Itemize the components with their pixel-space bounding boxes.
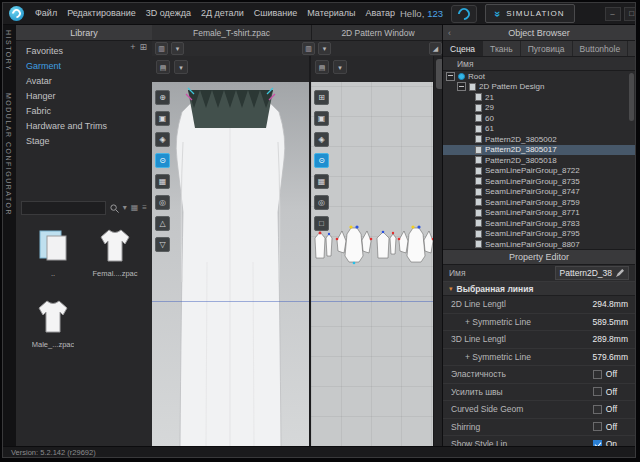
viewport-tool-icon[interactable]: ◎ xyxy=(155,195,170,210)
library-item[interactable]: Fabric xyxy=(16,104,152,119)
viewport-tool-icon[interactable]: ▣ xyxy=(155,111,170,126)
toolbar-icon[interactable]: ▥ xyxy=(302,42,315,55)
property-label: Эластичность xyxy=(451,369,593,379)
list-view-icon[interactable]: ≡ xyxy=(142,204,147,212)
pattern-pieces[interactable] xyxy=(311,82,433,447)
user-name-link[interactable]: 123 xyxy=(427,8,443,19)
menu-item[interactable]: Файл xyxy=(30,3,62,24)
menu-item[interactable]: Редактирование xyxy=(62,3,141,24)
library-item[interactable]: Stage xyxy=(16,134,152,149)
expander-icon[interactable] xyxy=(457,82,466,91)
tree-node[interactable]: 29 xyxy=(443,103,635,114)
viewport-tool-icon[interactable]: ◈ xyxy=(314,132,329,147)
selected-line-section-header[interactable]: ▾ Выбранная линия xyxy=(443,282,635,296)
toolbar-icon[interactable]: ▾ xyxy=(318,42,331,55)
minimize-button[interactable]: – xyxy=(605,7,621,21)
tree-node[interactable]: Pattern2D_3805002 xyxy=(443,134,635,145)
tree-node[interactable]: 60 xyxy=(443,113,635,124)
expander-icon[interactable] xyxy=(446,72,455,81)
object-browser-tab[interactable]: Сцена xyxy=(443,41,483,56)
tree-node[interactable]: SeamLinePairGroup_8747 xyxy=(443,187,635,198)
viewport-tool-icon[interactable]: ⊕ xyxy=(155,90,170,105)
tshirt-garment[interactable] xyxy=(152,82,309,447)
tree-node[interactable]: Pattern2D_3805018 xyxy=(443,155,635,166)
tree-node-label: SeamLinePairGroup_8747 xyxy=(485,187,580,196)
property-label: 3D Line Lengtl xyxy=(451,334,593,344)
viewport-tool-icon[interactable]: □ xyxy=(314,216,329,231)
property-row: Curved Side Geom Off xyxy=(443,401,635,419)
node-icon xyxy=(475,156,482,164)
viewport-tool-icon[interactable]: ▦ xyxy=(314,174,329,189)
property-checkbox[interactable] xyxy=(593,405,602,414)
tree-node[interactable]: Root xyxy=(443,71,635,82)
object-browser-tab[interactable]: Пуговица xyxy=(521,41,573,56)
tree-node[interactable]: SeamLinePairGroup_8735 xyxy=(443,176,635,187)
viewport-tool-icon[interactable]: ◈ xyxy=(155,132,170,147)
viewport-menu-icon[interactable]: ▤ xyxy=(156,60,170,74)
library-item[interactable]: Hanger xyxy=(16,89,152,104)
menu-item[interactable]: Материалы xyxy=(302,3,360,24)
tab-3d-garment-window[interactable]: Female_T-shirt.zpac xyxy=(152,25,312,40)
simulation-button[interactable]: » SIMULATION xyxy=(485,4,574,23)
viewport-menu-icon[interactable]: ▾ xyxy=(174,60,188,74)
viewport-tool-icon[interactable]: ⊙ xyxy=(314,153,329,168)
viewport-tool-icon[interactable]: △ xyxy=(155,216,170,231)
viewport-tool-icon[interactable]: ◎ xyxy=(314,195,329,210)
toolbar-icon[interactable]: ▥ xyxy=(155,42,168,55)
3d-viewport-canvas[interactable]: ⊕▣◈⊙▦◎△▽ xyxy=(152,82,309,447)
guide-line xyxy=(152,301,309,302)
search-icon[interactable] xyxy=(110,204,119,213)
library-item[interactable]: Hardware and Trims xyxy=(16,119,152,134)
tree-node[interactable]: SeamLinePairGroup_8771 xyxy=(443,208,635,219)
object-browser-tab[interactable]: Ткань xyxy=(483,41,521,56)
library-item[interactable]: Garment xyxy=(16,59,152,74)
modular-configurator-tab[interactable]: MODULAR CONFIGURATOR xyxy=(5,93,12,216)
property-checkbox[interactable] xyxy=(593,370,602,379)
add-icon[interactable]: + xyxy=(130,43,135,52)
tree-node[interactable]: SeamLinePairGroup_8807 xyxy=(443,239,635,249)
object-browser-tab[interactable]: Buttonhole xyxy=(573,41,629,56)
tree-node-label: Pattern2D_3805002 xyxy=(485,135,557,144)
viewport-tool-icon[interactable]: ▽ xyxy=(155,237,170,252)
property-label: + Symmetric Line xyxy=(465,317,593,327)
toolbar-icon[interactable]: ▾ xyxy=(171,42,184,55)
tree-node[interactable]: Pattern2D_3805017 xyxy=(443,145,635,156)
library-search-input[interactable] xyxy=(21,201,106,215)
tree-node[interactable]: 61 xyxy=(443,124,635,135)
tree-node[interactable]: SeamLinePairGroup_8722 xyxy=(443,166,635,177)
toolbar-icon[interactable]: ◢ xyxy=(429,42,442,55)
property-checkbox[interactable] xyxy=(593,387,602,396)
viewport-menu-icon[interactable]: ▾ xyxy=(333,60,347,74)
2d-viewport-canvas[interactable]: ⊞▣◈⊙▦◎□ xyxy=(311,82,433,447)
tree-node[interactable]: SeamLinePairGroup_8783 xyxy=(443,218,635,229)
edit-icon[interactable] xyxy=(616,269,624,277)
maximize-button[interactable]: □ xyxy=(624,7,636,21)
menu-item[interactable]: Аватар xyxy=(360,3,400,24)
tree-node[interactable]: SeamLinePairGroup_8795 xyxy=(443,229,635,240)
viewport-tool-icon[interactable]: ▦ xyxy=(155,174,170,189)
menu-item[interactable]: 3D одежда xyxy=(141,3,196,24)
library-file[interactable]: Male_...zpac xyxy=(22,294,84,349)
menu-item[interactable]: 2Д детали xyxy=(196,3,249,24)
tree-node[interactable]: 2D Pattern Design xyxy=(443,82,635,93)
tab-2d-pattern-window[interactable]: 2D Pattern Window xyxy=(312,25,445,40)
property-checkbox[interactable] xyxy=(593,422,602,431)
menu-item[interactable]: Сшивание xyxy=(249,3,302,24)
tree-node[interactable]: SeamLinePairGroup_8759 xyxy=(443,197,635,208)
tree-node[interactable]: 21 xyxy=(443,92,635,103)
clo-cloud-button[interactable] xyxy=(451,5,477,23)
viewport-tool-icon[interactable]: ▣ xyxy=(314,111,329,126)
viewport-menu-icon[interactable]: ▤ xyxy=(315,60,329,74)
library-item[interactable]: Avatar xyxy=(16,74,152,89)
search-options-caret-icon[interactable]: ▾ xyxy=(123,204,127,212)
pattern-name-field[interactable]: Pattern2D_38 xyxy=(555,266,629,280)
collapse-panel-icon[interactable]: ‹ xyxy=(448,25,451,40)
add-icon[interactable]: ⊞ xyxy=(139,43,147,52)
library-file[interactable]: .. xyxy=(22,223,84,278)
viewport-tool-icon[interactable]: ⊙ xyxy=(155,153,170,168)
tree-scrollbar-thumb[interactable] xyxy=(629,73,634,121)
history-tab[interactable]: HISTORY xyxy=(5,30,12,71)
library-file[interactable]: Femal....zpac xyxy=(84,223,146,278)
grid-view-icon[interactable]: ▦ xyxy=(131,204,139,212)
viewport-tool-icon[interactable]: ⊞ xyxy=(314,90,329,105)
